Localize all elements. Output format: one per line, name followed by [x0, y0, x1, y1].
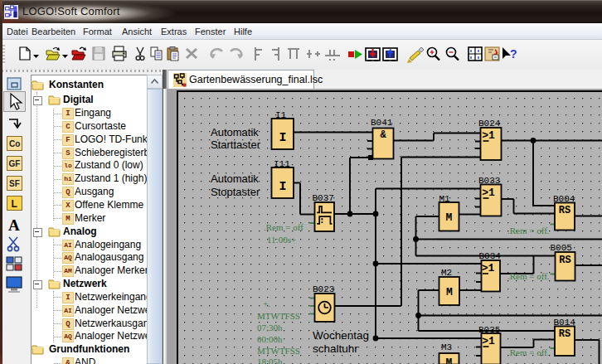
svg-text:.Rem = off.: .Rem = off. [507, 271, 550, 281]
svg-text:.Rem = off.: .Rem = off. [507, 226, 550, 235]
svg-text:B041: B041 [371, 118, 393, 128]
svg-text:I: I [279, 180, 286, 194]
svg-text:B004: B004 [553, 194, 575, 204]
svg-text:M: M [446, 357, 453, 364]
svg-text:Wochentag: Wochentag [313, 329, 369, 342]
svg-text:+.: +. [263, 298, 270, 308]
svg-text:07:30h: 07:30h [257, 323, 283, 332]
svg-text:B023: B023 [313, 284, 334, 294]
svg-text:?: ? [510, 47, 517, 61]
svg-text:RS: RS [559, 255, 570, 266]
svg-text:M: M [446, 211, 453, 224]
svg-text:Co: Co [9, 139, 20, 148]
svg-text:M2: M2 [441, 268, 452, 278]
svg-text:B024: B024 [478, 119, 501, 129]
svg-text:I11: I11 [274, 159, 290, 169]
svg-text:SF: SF [9, 179, 20, 188]
svg-text:&: & [380, 129, 386, 141]
svg-text:I1: I1 [275, 110, 287, 120]
svg-text:A: A [8, 216, 20, 234]
svg-text:GF: GF [9, 159, 21, 168]
svg-text:RS: RS [559, 328, 570, 340]
svg-text:.Rem = off.: .Rem = off. [507, 347, 550, 357]
svg-text:00:00h: 00:00h [257, 334, 283, 344]
svg-text:Starttaster: Starttaster [211, 138, 261, 151]
svg-text:M: M [446, 286, 453, 298]
svg-text:Automatik: Automatik [211, 126, 259, 138]
svg-text:>1: >1 [482, 335, 495, 347]
svg-text:MTWTFSS: MTWTFSS [257, 346, 300, 356]
svg-text:I: I [279, 131, 286, 145]
svg-text:.Rem = off: .Rem = off [264, 222, 303, 232]
svg-text:11:00s+: 11:00s+ [267, 235, 296, 245]
svg-text:>1: >1 [482, 187, 495, 199]
svg-text:B035: B035 [478, 325, 500, 335]
svg-text:Stoptaster: Stoptaster [211, 186, 260, 198]
svg-text:L: L [12, 198, 17, 210]
svg-text:M3: M3 [441, 342, 452, 352]
svg-text:RS: RS [559, 205, 570, 216]
svg-text:Automatik: Automatik [211, 172, 259, 185]
svg-text:B037: B037 [313, 193, 334, 203]
svg-text:B033: B033 [478, 176, 500, 186]
svg-text:B014: B014 [554, 318, 576, 328]
svg-text:schaltuhr: schaltuhr [313, 342, 358, 355]
svg-text:B034: B034 [479, 251, 502, 261]
svg-text:B005: B005 [551, 243, 572, 253]
svg-text:>1: >1 [482, 262, 495, 274]
svg-text:MTWTFSS: MTWTFSS [257, 311, 300, 321]
svg-text:>1: >1 [482, 129, 495, 142]
svg-text:M1: M1 [439, 194, 451, 204]
svg-text:18:05h: 18:05h [257, 357, 283, 364]
